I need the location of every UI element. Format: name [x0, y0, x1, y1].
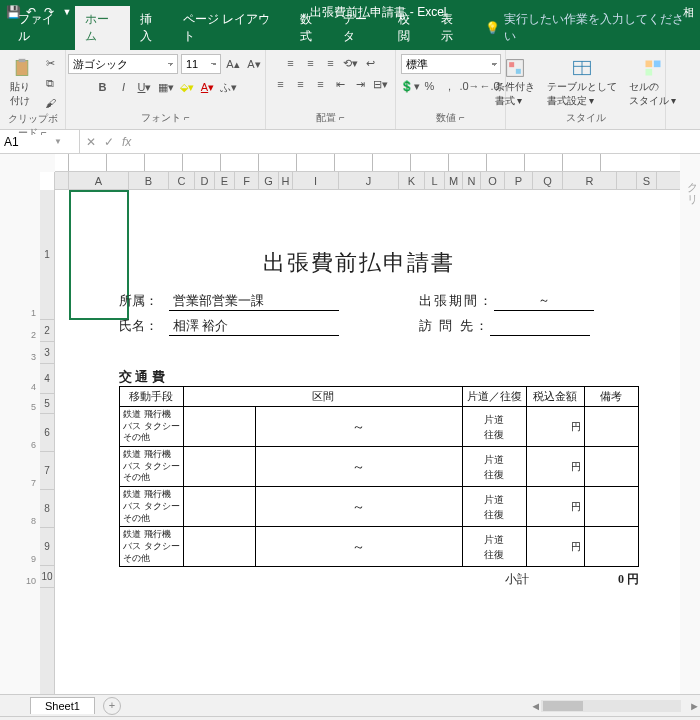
fx-icon[interactable]: fx	[122, 135, 131, 149]
search-icon: 💡	[485, 21, 500, 35]
dept-value[interactable]: 営業部営業一課	[169, 292, 339, 311]
svg-rect-9	[653, 60, 660, 67]
align-middle-icon[interactable]: ≡	[302, 54, 320, 72]
fill-color-button[interactable]: ⬙▾	[178, 78, 196, 96]
group-number-label: 数値 ⌐	[436, 111, 465, 127]
wrap-text-icon[interactable]: ↩	[362, 54, 380, 72]
cell-styles-button[interactable]: セルの スタイル ▾	[625, 56, 681, 110]
row-numbers-ruler: 12345678910	[24, 190, 40, 694]
th-section: 区間	[183, 387, 462, 407]
svg-rect-10	[645, 68, 652, 75]
cancel-formula-icon[interactable]: ✕	[86, 135, 96, 149]
row-headers[interactable]: 12345678910	[40, 190, 55, 694]
svg-rect-1	[18, 59, 25, 62]
tab-insert[interactable]: 挿入	[130, 6, 173, 50]
accounting-format-icon[interactable]: 💲▾	[401, 77, 419, 95]
tellme-search[interactable]: 💡 実行したい作業を入力してください	[475, 6, 700, 50]
align-right-icon[interactable]: ≡	[312, 75, 330, 93]
scroll-right-icon[interactable]: ►	[689, 700, 700, 712]
align-top-icon[interactable]: ≡	[282, 54, 300, 72]
inc-decimal-icon[interactable]: .0→	[461, 77, 479, 95]
tab-review[interactable]: 校閲	[388, 6, 431, 50]
dept-label: 所属：	[119, 292, 169, 311]
bold-button[interactable]: B	[94, 78, 112, 96]
scroll-left-icon[interactable]: ◄	[530, 700, 541, 712]
tab-data[interactable]: データ	[333, 6, 388, 50]
table-row[interactable]: 鉄道 飛行機 バス タクシー その他	[120, 407, 184, 447]
conditional-format-button[interactable]: 条件付き 書式 ▾	[491, 56, 539, 110]
cell-styles-icon	[643, 58, 663, 78]
svg-rect-8	[645, 60, 652, 67]
format-painter-icon[interactable]: 🖌	[41, 94, 59, 112]
indent-dec-icon[interactable]: ⇤	[332, 75, 350, 93]
grow-font-icon[interactable]: A▴	[224, 55, 242, 73]
percent-icon[interactable]: %	[421, 77, 439, 95]
th-oneway: 片道／往復	[462, 387, 526, 407]
font-color-button[interactable]: A▾	[199, 78, 217, 96]
visit-label: 訪 問 先：	[419, 317, 490, 336]
border-button[interactable]: ▦▾	[157, 78, 175, 96]
th-amount: 税込金額	[526, 387, 584, 407]
svg-rect-4	[515, 68, 520, 73]
group-align-label: 配置 ⌐	[316, 111, 345, 127]
name-value[interactable]: 相澤 裕介	[169, 317, 339, 336]
align-left-icon[interactable]: ≡	[272, 75, 290, 93]
orientation-icon[interactable]: ⟲▾	[342, 54, 360, 72]
subtotal-value: 0 円	[559, 571, 639, 588]
section-transport: 交 通 費	[119, 368, 649, 386]
align-bottom-icon[interactable]: ≡	[322, 54, 340, 72]
horizontal-scrollbar[interactable]	[541, 700, 681, 712]
formula-bar[interactable]	[139, 134, 694, 149]
name-label: 氏名：	[119, 317, 169, 336]
phonetic-button[interactable]: ふ▾	[220, 78, 238, 96]
italic-button[interactable]: I	[115, 78, 133, 96]
table-row[interactable]: 鉄道 飛行機 バス タクシー その他	[120, 447, 184, 487]
cond-format-icon	[505, 58, 525, 78]
new-sheet-button[interactable]: +	[103, 697, 121, 715]
group-styles-label: スタイル	[566, 111, 606, 127]
number-format-select[interactable]: 標準	[401, 54, 501, 74]
table-icon	[572, 58, 592, 78]
visit-value[interactable]	[490, 317, 590, 336]
subtotal-label: 小計	[119, 571, 559, 588]
copy-icon[interactable]: ⧉	[41, 74, 59, 92]
svg-rect-2	[506, 59, 523, 76]
tab-pagelayout[interactable]: ページ レイアウト	[173, 6, 290, 50]
format-as-table-button[interactable]: テーブルとして 書式設定 ▾	[543, 56, 621, 110]
tab-view[interactable]: 表示	[431, 6, 474, 50]
worksheet-area[interactable]: 出張費前払申請書 所属： 営業部営業一課 出張期間： ～ 氏名： 相澤 裕介 訪…	[55, 190, 680, 694]
th-method: 移動手段	[120, 387, 184, 407]
shrink-font-icon[interactable]: A▾	[245, 55, 263, 73]
align-center-icon[interactable]: ≡	[292, 75, 310, 93]
table-row[interactable]: 鉄道 飛行機 バス タクシー その他	[120, 527, 184, 567]
cut-icon[interactable]: ✂	[41, 54, 59, 72]
clipboard-pane-hint: クリ	[680, 174, 700, 200]
comma-icon[interactable]: ,	[441, 77, 459, 95]
period-label: 出張期間：	[419, 292, 494, 311]
period-value[interactable]: ～	[494, 292, 594, 311]
group-font-label: フォント ⌐	[141, 111, 190, 127]
underline-button[interactable]: U▾	[136, 78, 154, 96]
font-size-select[interactable]: 11	[181, 54, 221, 74]
doc-title: 出張費前払申請書	[69, 248, 649, 278]
tab-file[interactable]: ファイル	[8, 6, 75, 50]
indent-inc-icon[interactable]: ⇥	[352, 75, 370, 93]
sheet-tab[interactable]: Sheet1	[30, 697, 95, 714]
svg-rect-3	[509, 62, 514, 67]
tab-home[interactable]: ホーム	[75, 6, 130, 50]
table-row[interactable]: 鉄道 飛行機 バス タクシー その他	[120, 487, 184, 527]
enter-formula-icon[interactable]: ✓	[104, 135, 114, 149]
column-headers[interactable]: ABCDEFGHIJKLMNOPQRS	[55, 172, 680, 190]
th-note: 備考	[584, 387, 638, 407]
clipboard-icon	[12, 58, 32, 78]
paste-button[interactable]: 貼り付け	[6, 56, 37, 110]
name-box[interactable]: ▼	[0, 130, 80, 153]
tab-formulas[interactable]: 数式	[290, 6, 333, 50]
font-name-select[interactable]: 游ゴシック	[68, 54, 178, 74]
ruler-horizontal	[55, 154, 680, 172]
svg-rect-0	[16, 61, 28, 76]
merge-button[interactable]: ⊟▾	[372, 75, 390, 93]
transport-table[interactable]: 移動手段 区間 片道／往復 税込金額 備考 鉄道 飛行機 バス タクシー その他…	[119, 386, 639, 567]
